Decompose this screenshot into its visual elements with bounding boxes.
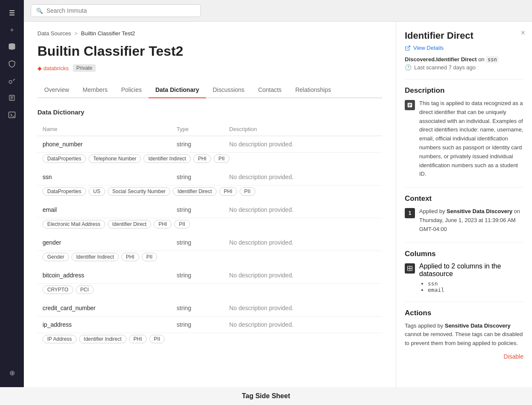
- scan-icon: 🕐: [405, 64, 412, 71]
- columns-applied-text: Applied to 2 columns in the datasource: [419, 262, 501, 277]
- tag[interactable]: PII: [142, 253, 157, 261]
- table-row[interactable]: ip_address string No description provide…: [37, 317, 382, 333]
- columns-icon: [405, 263, 415, 274]
- table-row[interactable]: bitcoin_address string No description pr…: [37, 267, 382, 284]
- field-name: phone_number: [43, 141, 83, 148]
- tag[interactable]: Identifier Indirect: [72, 253, 119, 261]
- page-content: Data Sources > Builtin Classifier Test2 …: [24, 22, 396, 387]
- tag[interactable]: Identifier Direct: [173, 187, 217, 196]
- field-type: string: [177, 174, 191, 180]
- breadcrumb: Data Sources > Builtin Classifier Test2: [37, 30, 382, 37]
- sidebar-icon-shield[interactable]: [4, 56, 20, 71]
- meta-label: Discovered.Identifier Direct: [405, 56, 477, 63]
- search-input[interactable]: [46, 7, 166, 14]
- logo-icon: ◆: [37, 65, 42, 71]
- tags-row: GenderIdentifier IndirectPHIPII: [37, 251, 382, 268]
- tags-row: Electronic Mail AddressIdentifier Direct…: [37, 218, 382, 235]
- sidebar-icon-database[interactable]: [4, 39, 20, 54]
- description-icon: [405, 100, 415, 110]
- tag[interactable]: Identifier Indirect: [143, 154, 191, 163]
- tab-relationships[interactable]: Relationships: [289, 82, 338, 98]
- field-name: ssn: [43, 174, 52, 180]
- actions-agent: Sensitive Data Discovery: [445, 322, 511, 329]
- sidebar-top: ☰ ＋: [4, 5, 20, 362]
- column-item: email: [428, 287, 523, 293]
- tag[interactable]: Identifier Indirect: [79, 335, 126, 343]
- tag[interactable]: PII: [174, 220, 190, 228]
- sidebar-icon-settings[interactable]: ⊕: [4, 365, 20, 380]
- tag[interactable]: CRYPTO: [43, 285, 73, 294]
- tag[interactable]: PII: [149, 335, 165, 343]
- column-item: ssn: [428, 280, 523, 287]
- tag[interactable]: PHI: [193, 154, 211, 163]
- main-area: 🔍 Data Sources > Builtin Classifier Test…: [24, 0, 532, 387]
- table-row[interactable]: email string No description provided.: [37, 202, 382, 218]
- field-name: credit_card_number: [43, 305, 96, 311]
- view-details-link[interactable]: View Details: [405, 45, 523, 51]
- field-desc: No description provided.: [229, 272, 294, 279]
- table-row[interactable]: gender string No description provided.: [37, 234, 382, 251]
- tab-members[interactable]: Members: [76, 82, 114, 98]
- field-type: string: [177, 141, 191, 148]
- field-desc: No description provided.: [229, 321, 294, 328]
- actions-heading: Actions: [405, 309, 523, 317]
- bottom-label: Tag Side Sheet: [0, 387, 532, 405]
- tag[interactable]: PHI: [121, 253, 139, 261]
- description-text: This tag is applied to data recognized a…: [419, 99, 523, 179]
- tag[interactable]: IP Address: [43, 335, 77, 343]
- context-heading: Context: [405, 194, 523, 203]
- col-type-header: Type: [172, 123, 224, 136]
- search-icon: 🔍: [36, 8, 43, 14]
- tag[interactable]: Electronic Mail Address: [43, 220, 105, 228]
- tag[interactable]: US: [89, 187, 105, 196]
- tab-data-dictionary[interactable]: Data Dictionary: [149, 82, 206, 98]
- context-applied-by: Applied by: [419, 208, 445, 214]
- disable-link[interactable]: Disable: [405, 353, 523, 360]
- sidebar-icon-menu[interactable]: ☰: [4, 5, 20, 20]
- sidebar-icon-plus[interactable]: ＋: [4, 22, 20, 37]
- sidebar-icon-key[interactable]: [4, 73, 20, 88]
- col-desc-header: Description: [224, 123, 382, 136]
- tag[interactable]: Social Security Number: [108, 187, 170, 196]
- tags-row: CRYPTOPCI: [37, 284, 382, 300]
- svg-line-8: [407, 46, 410, 48]
- context-text: Applied by Sensitive Data Discovery on T…: [419, 207, 523, 234]
- field-desc: No description provided.: [229, 305, 294, 311]
- tag[interactable]: PII: [214, 154, 229, 163]
- tab-overview[interactable]: Overview: [37, 82, 76, 98]
- table-row[interactable]: phone_number string No description provi…: [37, 136, 382, 153]
- breadcrumb-parent[interactable]: Data Sources: [37, 30, 71, 37]
- search-wrap: 🔍: [31, 4, 201, 17]
- description-block: This tag is applied to data recognized a…: [405, 99, 523, 179]
- meta-column: ssn: [486, 56, 499, 63]
- tab-contacts[interactable]: Contacts: [251, 82, 288, 98]
- table-row[interactable]: credit_card_number string No description…: [37, 300, 382, 317]
- columns-list: ssnemail: [428, 280, 523, 293]
- table-row[interactable]: ssn string No description provided.: [37, 169, 382, 185]
- field-desc: No description provided.: [229, 239, 294, 246]
- tag[interactable]: Gender: [43, 253, 69, 261]
- field-name: gender: [43, 239, 61, 246]
- tag[interactable]: DataProperties: [43, 187, 86, 196]
- side-panel-close-button[interactable]: ×: [521, 29, 525, 37]
- tab-policies[interactable]: Policies: [114, 82, 149, 98]
- sidebar-icon-file[interactable]: [4, 90, 20, 106]
- tag[interactable]: PII: [240, 187, 255, 196]
- tag[interactable]: PHI: [129, 335, 147, 343]
- tag[interactable]: PHI: [219, 187, 237, 196]
- scan-label: Last scanned 7 days ago: [414, 64, 476, 71]
- tag[interactable]: PHI: [154, 220, 172, 228]
- tag[interactable]: DataProperties: [43, 154, 86, 163]
- field-name: ip_address: [43, 321, 72, 328]
- context-block: 1 Applied by Sensitive Data Discovery on…: [405, 207, 523, 234]
- databricks-logo: ◆ databricks: [37, 65, 69, 71]
- content-with-panel: Data Sources > Builtin Classifier Test2 …: [24, 22, 532, 387]
- tag[interactable]: Telephone Number: [89, 154, 141, 163]
- tab-discussions[interactable]: Discussions: [206, 82, 252, 98]
- source-label: databricks: [43, 65, 69, 71]
- tag[interactable]: PCI: [76, 285, 94, 294]
- sidebar-icon-terminal[interactable]: [4, 107, 20, 123]
- breadcrumb-current: Builtin Classifier Test2: [81, 30, 135, 37]
- breadcrumb-separator: >: [74, 30, 78, 37]
- tag[interactable]: Identifier Direct: [108, 220, 152, 228]
